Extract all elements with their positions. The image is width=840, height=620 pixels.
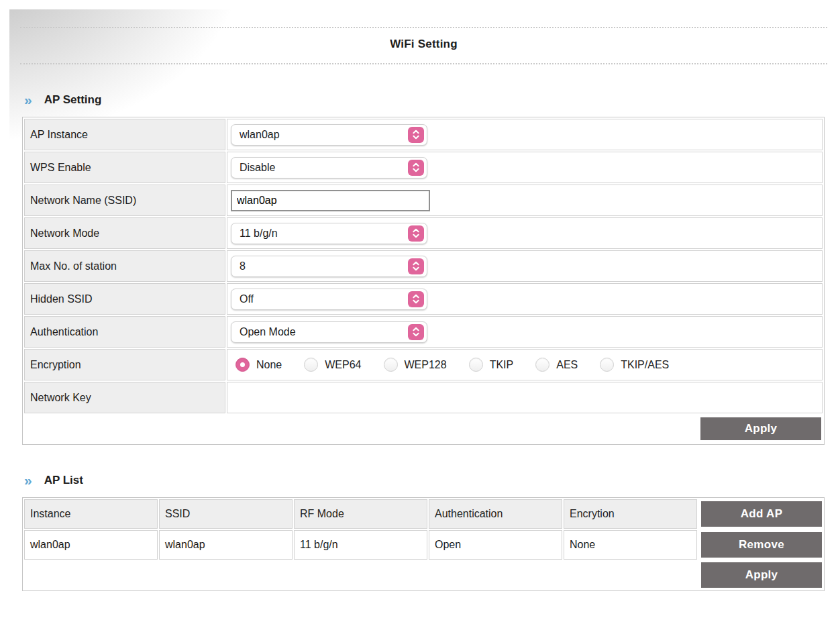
ap-list-apply-button[interactable]: Apply [701,562,822,588]
table-row: WPS Enable Disable [24,152,823,183]
ap-list-data-row: wlan0ap wlan0ap 11 b/g/n Open None Remov… [24,530,823,560]
col-header-rf-mode: RF Mode [294,499,427,529]
encryption-radio-none[interactable]: None [235,358,282,372]
hidden-ssid-select[interactable]: Off [231,289,427,310]
radio-label: TKIP/AES [621,359,669,371]
table-row: Network Key [24,382,823,413]
section-header-ap-setting: » AP Setting [22,93,827,107]
encryption-radio-aes[interactable]: AES [535,358,578,372]
remove-button[interactable]: Remove [701,532,822,558]
radio-icon [469,358,483,372]
radio-label: WEP128 [405,359,447,371]
ap-list-table: Instance SSID RF Mode Authentication Enc… [22,497,825,591]
ap-instance-label: AP Instance [24,119,225,150]
double-chevron-icon: » [24,93,32,107]
radio-icon [600,358,614,372]
hidden-ssid-label: Hidden SSID [24,283,225,315]
select-stepper-icon [408,291,424,307]
authentication-value: Open Mode [240,326,296,338]
max-stations-value: 8 [240,260,246,272]
table-row: Authentication Open Mode [24,316,823,348]
col-header-instance: Instance [24,499,158,529]
network-key-label: Network Key [24,382,225,413]
authentication-label: Authentication [24,316,225,348]
cell-ssid: wlan0ap [159,530,293,560]
select-stepper-icon [408,160,424,176]
table-row: Encryption None WEP64 WEP128 [24,349,823,380]
table-row: Max No. of station 8 [24,250,823,282]
ssid-label: Network Name (SSID) [24,185,225,216]
select-stepper-icon [408,225,424,242]
hidden-ssid-value: Off [240,293,254,305]
ap-setting-title: AP Setting [44,93,102,107]
encryption-radio-tkip[interactable]: TKIP [469,358,514,372]
radio-label: AES [556,359,578,371]
network-key-value-cell [227,382,823,413]
table-row: Hidden SSID Off [24,283,823,315]
add-ap-button[interactable]: Add AP [701,501,822,527]
authentication-select[interactable]: Open Mode [231,321,427,343]
encryption-label: Encryption [24,349,225,380]
cell-encrytion: None [564,530,697,560]
table-row: AP Instance wlan0ap [24,119,823,150]
ssid-input[interactable] [231,190,430,211]
section-header-ap-list: » AP List [22,474,827,487]
ap-setting-apply-button[interactable]: Apply [700,417,821,440]
max-stations-select[interactable]: 8 [231,256,427,277]
network-mode-value: 11 b/g/n [240,227,278,240]
cell-rf-mode: 11 b/g/n [294,530,427,560]
ap-list-header-row: Instance SSID RF Mode Authentication Enc… [24,499,823,529]
col-header-ssid: SSID [159,499,293,529]
select-stepper-icon [408,127,424,143]
radio-icon [384,358,398,372]
max-stations-label: Max No. of station [24,250,225,282]
ap-list-apply-row: Apply [24,561,823,589]
wps-enable-label: WPS Enable [24,152,225,183]
select-stepper-icon [408,324,424,340]
radio-icon [304,358,318,372]
double-chevron-icon: » [24,474,32,487]
cell-authentication: Open [429,530,562,560]
page-header: WiFi Setting [20,9,827,64]
table-row: Network Mode 11 b/g/n [24,217,823,249]
radio-selected-icon [235,358,250,372]
empty-cell [24,561,697,589]
radio-icon [535,358,549,372]
col-header-encrytion: Encrytion [564,499,697,529]
network-mode-select[interactable]: 11 b/g/n [231,223,427,244]
content-panel: WiFi Setting » AP Setting AP Instance wl… [9,9,840,613]
table-row: Apply [24,415,823,443]
ap-list-title: AP List [44,474,83,487]
select-stepper-icon [408,258,424,274]
wps-enable-select[interactable]: Disable [231,157,427,178]
radio-label: WEP64 [325,359,361,371]
wps-enable-value: Disable [240,162,275,174]
cell-instance: wlan0ap [24,530,158,560]
encryption-radio-group: None WEP64 WEP128 TKIP [231,358,822,372]
ap-instance-select[interactable]: wlan0ap [231,124,427,146]
radio-label: None [256,359,282,371]
radio-label: TKIP [490,359,514,371]
ap-setting-table: AP Instance wlan0ap WPS Enable Disable [22,117,825,445]
table-row: Network Name (SSID) [24,185,823,216]
col-header-authentication: Authentication [429,499,562,529]
encryption-radio-tkip-aes[interactable]: TKIP/AES [600,358,669,372]
encryption-radio-wep64[interactable]: WEP64 [304,358,361,372]
ap-instance-value: wlan0ap [240,129,280,141]
title-band: WiFi Setting [20,27,827,64]
encryption-radio-wep128[interactable]: WEP128 [384,358,447,372]
network-mode-label: Network Mode [24,217,225,249]
page-title: WiFi Setting [390,38,457,50]
